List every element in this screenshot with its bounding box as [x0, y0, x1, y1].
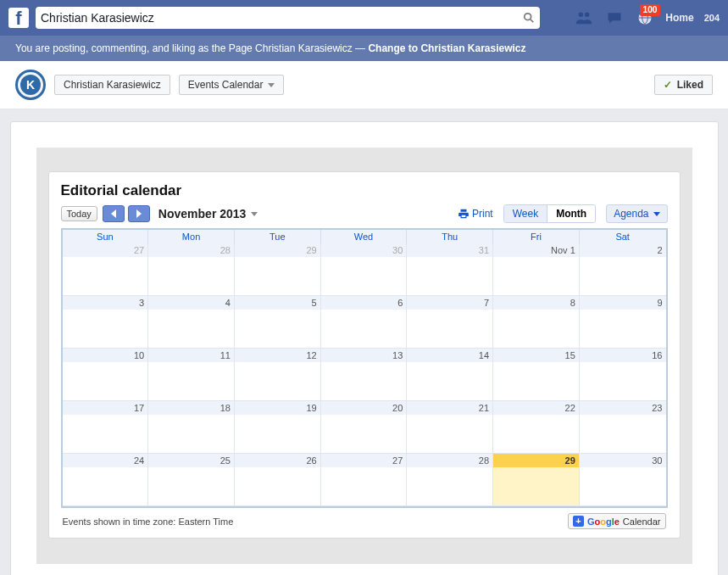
calendar-day-cell[interactable]: 27: [321, 454, 408, 506]
search-input[interactable]: [41, 11, 523, 25]
calendar-day-cell[interactable]: 3: [63, 296, 149, 349]
nav-right-cluster: 100 Home 204: [574, 8, 720, 28]
chevron-down-icon: [268, 83, 275, 87]
calendar-day-cell[interactable]: 28: [148, 243, 235, 296]
calendar-body: 2728293031Nov 12345678910111213141516171…: [63, 243, 666, 506]
messages-icon[interactable]: [604, 8, 625, 28]
view-tabs: Week Month: [503, 204, 596, 223]
checkmark-icon: ✓: [664, 79, 672, 91]
search-box[interactable]: [36, 7, 540, 29]
prev-month-button[interactable]: [103, 205, 125, 222]
calendar-week-row: 2728293031Nov 12: [63, 243, 666, 296]
calendar-date-label: 11: [148, 349, 234, 362]
calendar-day-cell[interactable]: 19: [235, 401, 321, 454]
change-voice-link[interactable]: Change to Christian Karasiewicz: [368, 42, 525, 54]
calendar-title: Editorial calendar: [61, 182, 668, 199]
calendar-day-cell[interactable]: 27: [63, 243, 149, 296]
page-name-dropdown[interactable]: Christian Karasiewicz: [54, 75, 170, 95]
calendar-date-label: 12: [235, 349, 320, 362]
home-link[interactable]: Home: [665, 12, 693, 24]
calendar-day-cell[interactable]: 11: [148, 349, 235, 401]
calendar-day-cell[interactable]: 13: [321, 349, 408, 401]
calendar-day-cell[interactable]: 29: [235, 243, 321, 296]
calendar-day-cell[interactable]: 31: [407, 243, 493, 296]
calendar-day-cell[interactable]: 28: [407, 454, 493, 506]
print-button[interactable]: Print: [458, 208, 493, 220]
calendar-day-cell[interactable]: 16: [580, 349, 666, 401]
calendar-day-cell[interactable]: 4: [148, 296, 235, 349]
calendar-day-cell[interactable]: 9: [580, 296, 666, 349]
calendar-day-cell[interactable]: 26: [235, 454, 321, 506]
calendar-controls: Today November 2013 Print Week Month: [61, 204, 668, 223]
month-nav-group: [103, 205, 150, 222]
calendar-day-cell[interactable]: 30: [321, 243, 408, 296]
view-tab-week[interactable]: Week: [504, 205, 547, 222]
calendar-date-label: 8: [493, 296, 579, 310]
calendar-day-cell[interactable]: 10: [63, 349, 149, 401]
svg-line-1: [531, 20, 534, 23]
calendar-date-label: 25: [148, 454, 234, 467]
liked-button[interactable]: ✓Liked: [654, 75, 713, 95]
calendar-day-cell[interactable]: 14: [407, 349, 493, 401]
month-picker[interactable]: November 2013: [158, 207, 258, 221]
calendar-date-label: 5: [235, 296, 320, 310]
calendar-day-cell[interactable]: 24: [63, 454, 149, 506]
calendar-day-cell[interactable]: 18: [148, 401, 235, 454]
chevron-right-icon: [136, 209, 142, 218]
svg-point-0: [525, 14, 531, 20]
calendar-day-cell[interactable]: 12: [235, 349, 321, 401]
calendar-week-row: 10111213141516: [63, 349, 666, 401]
calendar-day-cell[interactable]: Nov 1: [493, 243, 580, 296]
dow-label: Mon: [148, 230, 235, 243]
calendar-day-cell[interactable]: 15: [493, 349, 580, 401]
facebook-top-nav: f 100 Home 204: [0, 0, 728, 36]
chevron-left-icon: [111, 209, 116, 218]
calendar-day-cell[interactable]: 25: [148, 454, 235, 506]
today-button[interactable]: Today: [61, 206, 97, 221]
day-of-week-header: SunMonTueWedThuFriSat: [63, 230, 666, 243]
dow-label: Tue: [235, 230, 321, 243]
search-icon[interactable]: [523, 12, 535, 24]
calendar-day-cell[interactable]: 8: [493, 296, 580, 349]
calendar-date-label: 2: [580, 243, 666, 257]
google-wordmark: Google: [587, 516, 620, 527]
next-month-button[interactable]: [128, 205, 150, 222]
calendar-day-cell[interactable]: 21: [407, 401, 493, 454]
calendar-day-cell[interactable]: 5: [235, 296, 321, 349]
notification-count-badge: 100: [640, 4, 661, 16]
calendar-day-cell[interactable]: 2: [580, 243, 666, 296]
calendar-date-label: 26: [235, 454, 320, 467]
calendar-date-label: 28: [407, 454, 492, 467]
page-avatar-initial: K: [20, 75, 41, 95]
page-voice-bar: You are posting, commenting, and liking …: [0, 36, 728, 61]
calendar-date-label: 31: [407, 243, 492, 257]
page-sub-header: K Christian Karasiewicz Events Calendar …: [0, 61, 728, 109]
calendar-date-label: 28: [148, 243, 234, 257]
notifications-icon[interactable]: 100: [635, 8, 655, 28]
calendar-day-cell[interactable]: 20: [321, 401, 408, 454]
calendar-date-label: 29: [493, 454, 579, 467]
calendar-day-cell[interactable]: 22: [493, 401, 580, 454]
page-avatar[interactable]: K: [15, 70, 46, 100]
calendar-day-cell[interactable]: 6: [321, 296, 408, 349]
calendar-day-cell[interactable]: 30: [580, 454, 666, 506]
view-tab-month[interactable]: Month: [547, 205, 595, 222]
calendar-date-label: 6: [321, 296, 407, 310]
calendar-day-cell[interactable]: 7: [407, 296, 493, 349]
calendar-day-cell[interactable]: 17: [63, 401, 149, 454]
print-icon: [458, 208, 470, 220]
view-tab-agenda[interactable]: Agenda: [606, 204, 667, 223]
google-calendar-button[interactable]: + Google Calendar: [568, 513, 666, 529]
calendar-date-label: 17: [63, 401, 148, 415]
calendar-date-label: 19: [235, 401, 320, 415]
calendar-date-label: 10: [63, 349, 148, 362]
facebook-logo[interactable]: f: [8, 8, 29, 28]
friend-requests-icon[interactable]: [574, 8, 594, 28]
calendar-day-cell[interactable]: 29: [493, 454, 580, 506]
calendar-date-label: 22: [493, 401, 579, 415]
calendar-date-label: 3: [63, 296, 148, 310]
calendar-date-label: 27: [63, 243, 148, 257]
calendar-date-label: 24: [63, 454, 148, 467]
tab-dropdown[interactable]: Events Calendar: [179, 75, 285, 95]
calendar-day-cell[interactable]: 23: [580, 401, 666, 454]
